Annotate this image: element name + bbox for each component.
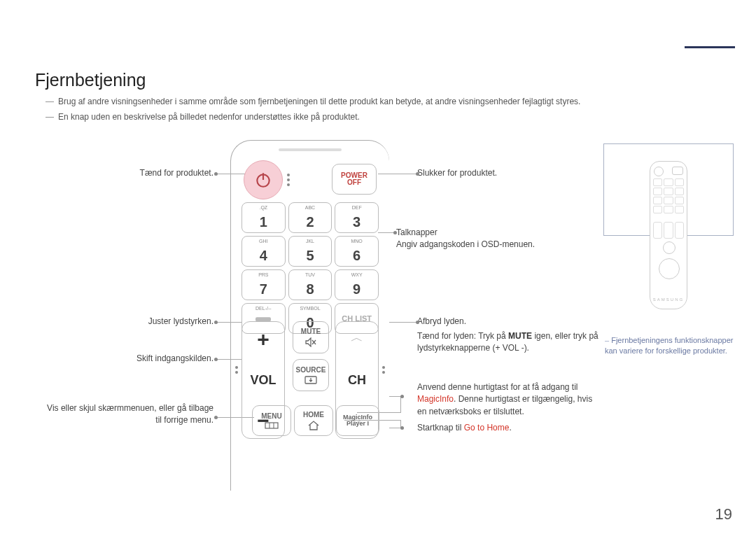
callout-menu: Vis eller skjul skærmmenuen, eller gå ti… <box>35 402 214 427</box>
note-line-2: ―En knap uden en beskrivelse på billedet… <box>46 112 360 122</box>
callout-source: Skift indgangskilden. <box>56 353 214 363</box>
home-button: HOME <box>294 405 333 436</box>
callout-menu-l2: til forrige menu. <box>155 415 214 425</box>
page-title: Fjernbetjening <box>35 70 146 90</box>
ch-up-icon: ︿ <box>351 329 363 346</box>
page-number: 19 <box>715 505 732 524</box>
callout-numpad-l1: Talknapper <box>396 227 438 237</box>
callout-home: Startknap til Go to Home. <box>417 423 599 433</box>
note-2-text: En knap uden en beskrivelse på billedet … <box>58 112 360 122</box>
remote-diagram: POWER OFF .QZ1 ABC2 DEF3 GHI4 JKL5 MNO6 … <box>230 140 389 491</box>
ch-label: CH <box>348 373 366 388</box>
key-5: JKL5 <box>288 236 332 267</box>
callout-mute: Afbryd lyden. <box>417 316 599 326</box>
key-2: ABC2 <box>288 202 332 233</box>
mute-button: MUTE <box>293 321 329 353</box>
key-1: .QZ1 <box>241 202 286 233</box>
callout-numpad-l2: Angiv adgangskoden i OSD-menuen. <box>396 239 535 249</box>
callout-power-on: Tænd for produktet. <box>56 168 214 178</box>
magicinfo-button: MagicInfo Player I <box>336 405 379 436</box>
vol-label: VOL <box>250 373 276 388</box>
power-icon <box>254 171 272 189</box>
remote-notch <box>279 148 342 151</box>
note-line-1: ―Brug af andre visningsenheder i samme o… <box>46 97 580 106</box>
key-6: MNO6 <box>335 236 379 267</box>
remote-inset-frame: SAMSUNG <box>603 143 734 236</box>
menu-icon <box>265 422 279 429</box>
note-1-text: Brug af andre visningsenheder i samme om… <box>58 97 580 106</box>
header-accent-rule <box>685 46 735 48</box>
key-3: DEF3 <box>335 202 379 233</box>
callout-menu-l1: Vis eller skjul skærmmenuen, eller gå ti… <box>47 403 214 413</box>
vol-up-icon: + <box>257 329 270 350</box>
remote-inset: SAMSUNG <box>650 161 687 309</box>
numpad: .QZ1 ABC2 DEF3 GHI4 JKL5 MNO6 PRS7 TUV8 … <box>241 202 379 334</box>
mute-icon <box>305 337 316 347</box>
key-7: PRS7 <box>241 269 286 300</box>
callout-magicinfo: Anvend denne hurtigtast for at få adgang… <box>417 381 599 418</box>
callout-power-off: Slukker for produktet. <box>417 168 599 178</box>
power-button <box>244 160 283 199</box>
source-icon <box>304 376 317 384</box>
svg-rect-3 <box>265 423 278 428</box>
key-9: WXY9 <box>335 269 379 300</box>
callout-volume: Juster lydstyrken. <box>56 316 214 326</box>
inset-brand: SAMSUNG <box>650 297 687 302</box>
callout-numpad: Talknapper Angiv adgangskoden i OSD-menu… <box>396 227 592 251</box>
side-note: – Fjernbetjeningens funktionsknapper kan… <box>605 335 734 356</box>
home-icon <box>307 421 320 430</box>
power-off-button: POWER OFF <box>332 164 377 195</box>
callout-mute-detail: Tænd for lyden: Tryk på MUTE igen, eller… <box>417 330 599 355</box>
menu-button: MENU <box>252 405 291 436</box>
key-8: TUV8 <box>288 269 332 300</box>
power-off-l2: OFF <box>347 179 361 187</box>
key-4: GHI4 <box>241 236 286 267</box>
source-button: SOURCE <box>293 359 329 391</box>
